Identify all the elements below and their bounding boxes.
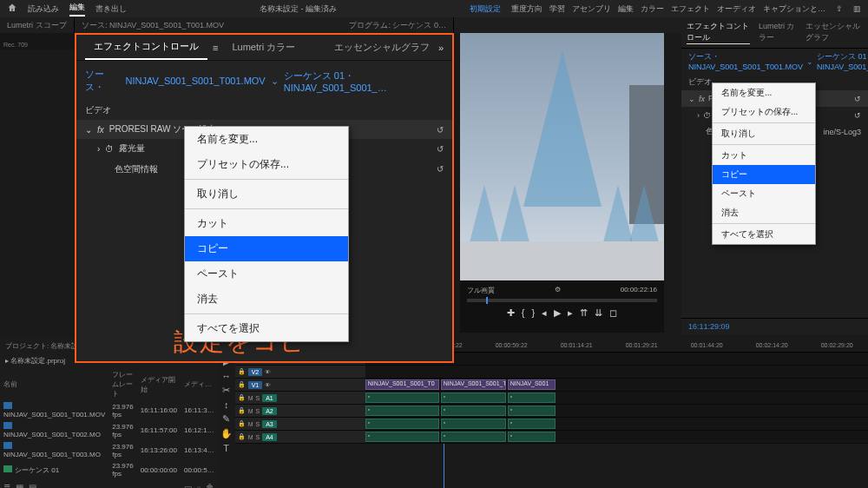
col-media-end[interactable]: メディ…	[181, 368, 218, 400]
ctx-clear[interactable]: 消去	[185, 287, 348, 312]
ctx2-clear[interactable]: 消去	[713, 203, 815, 222]
program-video[interactable]	[460, 33, 664, 280]
track-a2[interactable]: 🔒MSA2 ▫ ▫ ▫	[235, 405, 868, 418]
ctx-undo[interactable]: 取り消し	[185, 181, 348, 207]
ws-item[interactable]: オーディオ	[717, 3, 756, 15]
track-a3[interactable]: 🔒MSA3 ▫ ▫ ▫	[235, 418, 868, 431]
slip-tool-icon[interactable]: ↕	[224, 399, 229, 410]
ctx-cut[interactable]: カット	[185, 211, 348, 236]
lift-icon[interactable]: ⇈	[580, 307, 588, 319]
add-marker-icon[interactable]: ✚	[507, 307, 515, 319]
workspace-current[interactable]: 初期設定	[470, 3, 501, 15]
timeline-scrubber[interactable]	[467, 299, 657, 302]
tab-lumetri-color[interactable]: Lumetri カラー	[223, 36, 304, 59]
step-fwd-icon[interactable]: ▸	[568, 307, 573, 319]
quality-label[interactable]: フル画質	[467, 286, 495, 295]
ctx-save-preset[interactable]: プリセットの保存...	[185, 152, 348, 177]
ctx2-copy[interactable]: コピー	[713, 165, 815, 184]
reset-icon[interactable]: ↺	[437, 144, 444, 154]
table-row[interactable]: NINJAV_S001_S001_T003.MO23.976 fps16:13:…	[0, 440, 218, 460]
tab-effect-controls[interactable]: エフェクトコントロール	[85, 35, 207, 60]
extract-icon[interactable]: ⇊	[595, 307, 602, 319]
ctx2-paste[interactable]: ペースト	[713, 184, 815, 203]
stopwatch-icon[interactable]: ⏱	[703, 111, 711, 120]
ws-item[interactable]: エフェクト	[671, 3, 710, 15]
clip-a4-1[interactable]: ▫	[365, 432, 439, 442]
disclosure-icon[interactable]: ⌄	[85, 125, 92, 135]
reset-icon[interactable]: ↺	[854, 95, 861, 103]
clip-a1-2[interactable]: ▫	[441, 392, 506, 403]
col-framerate[interactable]: フレームレート	[108, 368, 136, 400]
clip-v1-3[interactable]: NINJAV_S001	[508, 379, 556, 390]
clip-v1-2[interactable]: NINJAV_S001_S001_T	[441, 379, 506, 390]
table-row[interactable]: シーケンス 0123.976 fps00:00:00:0000:00:5…	[0, 460, 218, 479]
chevron-down-icon[interactable]: ⌄	[806, 57, 813, 66]
track-a1[interactable]: 🔒MSA1 ▫ ▫ ▫	[235, 392, 868, 405]
expand-icon[interactable]: »	[438, 43, 444, 53]
rp-tab-essential[interactable]: エッセンシャルグラフ	[806, 21, 863, 44]
menu-load[interactable]: 読み込み	[28, 3, 59, 15]
list-view-icon[interactable]: ≣	[3, 483, 10, 488]
clip-a1-1[interactable]: ▫	[365, 392, 439, 403]
rp-tab-lumetri[interactable]: Lumetri カラー	[759, 21, 797, 44]
step-back-icon[interactable]: ◂	[542, 307, 547, 319]
stopwatch-icon[interactable]: ⏱	[105, 144, 114, 154]
clip-a3-3[interactable]: ▫	[508, 419, 556, 429]
menu-edit[interactable]: 編集	[69, 2, 85, 16]
quick-export-icon[interactable]: ▥	[853, 4, 861, 13]
ws-item[interactable]: 編集	[618, 3, 634, 15]
rp-timecode[interactable]: 16:11:29:09	[681, 318, 868, 334]
ws-item[interactable]: アセンブリ	[572, 3, 611, 15]
source-clip-name[interactable]: NINJAV_S001_S001_T001.MOV	[125, 76, 265, 86]
pen-tool-icon[interactable]: ✎	[222, 413, 230, 425]
fx-badge-icon[interactable]: fx	[699, 95, 705, 103]
ctx2-save-preset[interactable]: プリセットの保存...	[713, 102, 815, 122]
ctx2-undo[interactable]: 取り消し	[713, 124, 815, 143]
fx-badge-icon[interactable]: fx	[97, 125, 104, 135]
ctx-rename[interactable]: 名前を変更...	[185, 127, 348, 152]
clip-a4-3[interactable]: ▫	[508, 432, 556, 442]
track-v2[interactable]: 🔒V2👁	[235, 366, 868, 379]
reset-icon[interactable]: ↺	[854, 111, 861, 120]
col-media-start[interactable]: メディア開始	[137, 368, 181, 400]
share-icon[interactable]: ⇪	[836, 4, 843, 13]
rp-cs-value[interactable]: ine/S-Log3	[823, 128, 861, 136]
clip-v1-1[interactable]: NINJAV_S001_S001_T0	[365, 379, 439, 390]
rp-tab-ec[interactable]: エフェクトコントロール	[687, 21, 750, 44]
reset-icon[interactable]: ↺	[437, 125, 444, 135]
scope-tab[interactable]: Lumetri スコープ	[0, 17, 75, 33]
clip-a2-3[interactable]: ▫	[508, 406, 556, 416]
tab-essential-graphics[interactable]: エッセンシャルグラフ	[326, 36, 438, 59]
hand-tool-icon[interactable]: ✋	[220, 428, 233, 439]
ctx-paste[interactable]: ペースト	[185, 261, 348, 287]
menu-export[interactable]: 書き出し	[95, 3, 127, 15]
disclosure-icon[interactable]: ›	[97, 144, 100, 154]
clip-a1-3[interactable]: ▫	[508, 392, 556, 403]
new-bin-icon[interactable]: ▭	[184, 483, 192, 488]
type-tool-icon[interactable]: T	[223, 443, 229, 453]
home-icon[interactable]	[7, 3, 17, 15]
ctx-copy[interactable]: コピー	[185, 236, 348, 261]
ripple-tool-icon[interactable]: ↔	[221, 371, 231, 381]
ctx-select-all[interactable]: すべてを選択	[185, 316, 348, 341]
mark-in-icon[interactable]: {	[522, 307, 525, 319]
freeform-icon[interactable]: ▤	[29, 483, 36, 488]
ws-item[interactable]: 重度方向	[511, 3, 542, 15]
ws-item[interactable]: 学習	[549, 3, 565, 15]
ws-item[interactable]: カラー	[641, 3, 664, 15]
disclosure-icon[interactable]: ⌄	[688, 95, 695, 103]
icon-view-icon[interactable]: ▦	[16, 483, 23, 488]
play-icon[interactable]: ▶	[554, 307, 561, 319]
timecode[interactable]: 00:00:22:16	[621, 286, 657, 295]
razor-tool-icon[interactable]: ✂	[222, 385, 230, 396]
clip-a4-2[interactable]: ▫	[441, 432, 506, 442]
ws-item[interactable]: キャプションと…	[763, 3, 825, 15]
settings-icon[interactable]: ⚙	[555, 286, 561, 295]
clip-a3-1[interactable]: ▫	[365, 419, 439, 429]
source-tab[interactable]: ソース: NINJAV_S001_S001_T001.MOV プログラム: シー…	[75, 17, 454, 33]
chevron-down-icon[interactable]: ⌄	[271, 76, 279, 87]
trash-icon[interactable]: 🗑	[206, 483, 214, 488]
ctx2-rename[interactable]: 名前を変更...	[713, 83, 815, 102]
playhead-marker[interactable]	[486, 297, 488, 304]
clip-a2-2[interactable]: ▫	[441, 406, 506, 416]
